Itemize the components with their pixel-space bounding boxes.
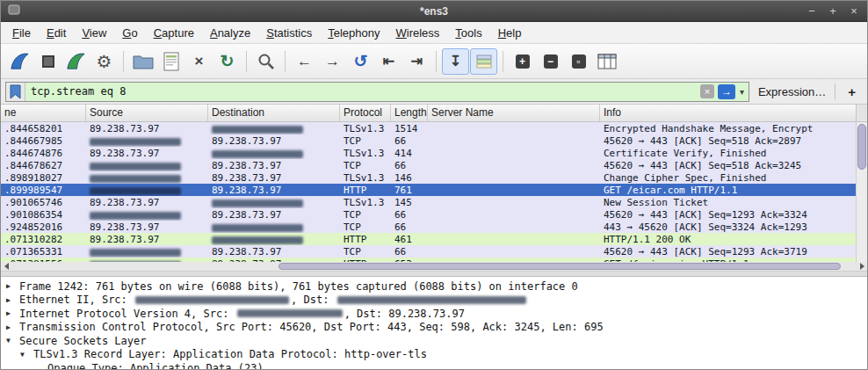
detail-line[interactable]: ▶Frame 1242: 761 bytes on wire (6088 bit… — [1, 279, 867, 294]
vertical-scrollbar-thumb[interactable] — [857, 124, 866, 170]
go-to-packet-button[interactable]: ↺ — [347, 48, 374, 75]
menu-item-tools[interactable]: Tools — [447, 24, 489, 42]
packet-row[interactable]: .90106574689.238.73.97TLSv1.3145New Sess… — [1, 196, 856, 208]
close-button[interactable]: × — [848, 4, 860, 18]
menu-item-file[interactable]: File — [4, 24, 39, 42]
menu-item-capture[interactable]: Capture — [146, 24, 202, 42]
detail-line[interactable]: Opaque Type: Application Data (23) — [1, 361, 867, 370]
cell-source — [86, 208, 208, 221]
find-packet-button[interactable] — [252, 48, 279, 75]
packet-row[interactable]: .84465820189.238.73.97TLSv1.31514Encrypt… — [1, 122, 856, 134]
cell-time: .901086354 — [1, 208, 86, 221]
column-header-length[interactable]: Length — [391, 105, 428, 121]
add-filter-button[interactable]: + — [841, 84, 863, 99]
maximize-button[interactable]: + — [827, 4, 839, 18]
menu-item-edit[interactable]: Edit — [39, 24, 74, 42]
packet-row[interactable]: .07131028289.238.73.97HTTP461HTTP/1.1 20… — [1, 233, 856, 245]
cell-length: 66 — [391, 245, 428, 258]
menu-item-view[interactable]: View — [74, 24, 114, 42]
column-header-ne[interactable]: ne — [1, 105, 86, 121]
go-back-button[interactable]: ← — [291, 48, 318, 75]
detail-line[interactable]: ▼TLSv1.3 Record Layer: Application Data … — [1, 348, 867, 362]
scroll-right-icon[interactable] — [857, 262, 867, 271]
colorize-button[interactable] — [470, 48, 497, 75]
cell-source — [86, 134, 208, 147]
stop-capture-button[interactable] — [34, 48, 61, 75]
menu-item-go[interactable]: Go — [114, 24, 145, 42]
menu-item-telephony[interactable]: Telephony — [320, 24, 387, 42]
column-header-protocol[interactable]: Protocol — [340, 105, 391, 121]
capture-options-button[interactable]: ⚙ — [90, 48, 118, 75]
cell-source: 89.238.73.97 — [86, 122, 208, 134]
go-forward-button[interactable]: → — [319, 48, 346, 75]
cell-time: .844667985 — [1, 134, 86, 147]
cell-destination — [208, 147, 340, 159]
detail-text: Secure Sockets Layer — [19, 335, 147, 347]
packet-row[interactable]: .92485201689.238.73.97TCP66443 → 45620 [… — [1, 221, 856, 233]
auto-scroll-button[interactable]: ↧ — [442, 48, 469, 75]
expanded-arrow-icon[interactable]: ▼ — [6, 337, 19, 345]
go-first-button[interactable]: ⇤ — [375, 48, 402, 75]
filter-dropdown-icon[interactable]: ▾ — [738, 87, 749, 97]
horizontal-scrollbar-thumb[interactable] — [278, 263, 841, 270]
expanded-arrow-icon[interactable]: ▼ — [20, 351, 33, 359]
detail-line[interactable]: ▶Ethernet II, Src: , Dst: — [1, 294, 867, 308]
packet-row[interactable]: .89891802789.238.73.97TLSv1.3146Change C… — [1, 171, 856, 184]
packet-row[interactable]: .84466798589.238.73.97TCP6645620 → 443 [… — [1, 134, 856, 147]
filter-input[interactable] — [25, 85, 700, 98]
collapsed-arrow-icon[interactable]: ▶ — [6, 282, 19, 290]
expression-button[interactable]: Expression… — [755, 85, 829, 98]
packet-row[interactable]: .07136533189.238.73.97TCP6645620 → 443 [… — [1, 245, 856, 258]
save-file-icon — [163, 52, 180, 71]
packet-row[interactable]: .84467862789.238.73.97TCP6645620 → 443 [… — [1, 159, 856, 171]
packet-row[interactable]: .90108635489.238.73.97TCP6645620 → 443 [… — [1, 208, 856, 221]
resize-columns-button[interactable] — [593, 48, 620, 75]
vertical-scrollbar[interactable] — [856, 122, 867, 262]
scroll-left-icon[interactable] — [1, 262, 11, 271]
go-last-button[interactable]: ⇥ — [403, 48, 430, 75]
collapsed-arrow-icon[interactable]: ▶ — [6, 323, 19, 331]
menu-item-wireless[interactable]: Wireless — [388, 24, 448, 42]
zoom-out-button[interactable]: − — [537, 48, 564, 75]
menu-item-help[interactable]: Help — [490, 24, 530, 42]
wireshark-window: *ens3 − + × FileEditViewGoCaptureAnalyze… — [0, 0, 868, 370]
column-header-server-name[interactable]: Server Name — [428, 105, 600, 121]
packet-row[interactable]: .84467487689.238.73.97TLSv1.3414Certific… — [1, 147, 856, 159]
normal-size-button[interactable]: ▫ — [565, 48, 592, 75]
cell-server-name — [428, 122, 600, 134]
redacted-text — [212, 236, 303, 244]
capture-options-icon: ⚙ — [97, 53, 112, 70]
detail-line[interactable]: ▶Internet Protocol Version 4, Src: , Dst… — [1, 307, 867, 321]
go-back-icon: ← — [297, 53, 312, 70]
minimize-button[interactable]: − — [806, 4, 818, 18]
cell-source: 89.238.73.97 — [86, 221, 208, 233]
packet-row[interactable]: .89998954789.238.73.97HTTP761GET /eicar.… — [1, 184, 856, 196]
collapsed-arrow-icon[interactable]: ▶ — [6, 296, 19, 304]
column-header-source[interactable]: Source — [86, 105, 208, 121]
column-header-destination[interactable]: Destination — [208, 105, 340, 121]
start-capture-button[interactable] — [6, 48, 33, 75]
restart-capture-button[interactable] — [62, 48, 90, 75]
open-file-icon — [133, 53, 154, 70]
cell-destination — [208, 233, 340, 245]
detail-line[interactable]: ▼Secure Sockets Layer — [1, 334, 867, 348]
collapsed-arrow-icon[interactable]: ▶ — [6, 309, 19, 317]
open-file-button[interactable] — [129, 48, 156, 75]
title-bar[interactable]: *ens3 − + × — [1, 1, 867, 22]
zoom-in-button[interactable]: + — [509, 48, 536, 75]
cell-info: 45620 → 443 [ACK] Seq=518 Ack=2897 — [600, 134, 856, 147]
menu-item-analyze[interactable]: Analyze — [202, 24, 258, 42]
column-header-info[interactable]: Info — [600, 105, 856, 121]
menu-item-statistics[interactable]: Statistics — [258, 24, 320, 42]
redacted-text — [212, 200, 303, 207]
clear-filter-icon[interactable]: × — [700, 84, 714, 98]
cell-info: Certificate Verify, Finished — [600, 147, 856, 159]
apply-filter-icon[interactable]: → — [718, 84, 735, 99]
cell-info: New Session Ticket — [600, 196, 856, 208]
reload-file-button[interactable]: ↻ — [213, 48, 241, 75]
close-file-button[interactable]: × — [185, 48, 213, 75]
detail-line[interactable]: ▶Transmission Control Protocol, Src Port… — [1, 321, 867, 335]
save-file-button[interactable] — [157, 48, 184, 75]
bookmark-icon[interactable] — [6, 83, 25, 101]
horizontal-scrollbar[interactable] — [1, 262, 867, 272]
